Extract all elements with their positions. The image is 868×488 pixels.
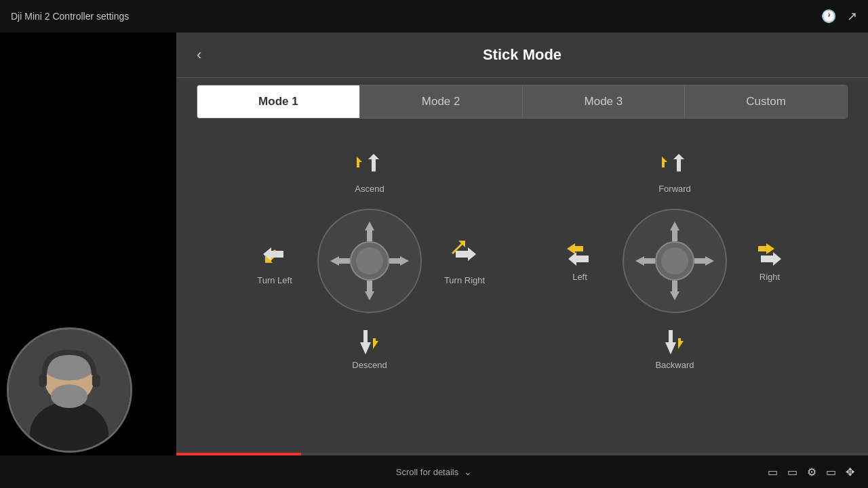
svg-rect-8 <box>367 230 372 241</box>
svg-marker-0 <box>357 157 362 173</box>
toggle-icon[interactable]: ▭ <box>768 466 778 479</box>
forward-label: Forward <box>658 184 691 194</box>
svg-rect-31 <box>644 258 655 264</box>
svg-rect-43 <box>39 374 47 387</box>
right-right-label: Right <box>753 241 787 282</box>
avatar-placeholder <box>9 329 130 451</box>
content-header: ‹ Stick Mode <box>176 33 868 78</box>
svg-marker-1 <box>368 154 379 171</box>
svg-marker-20 <box>673 154 684 171</box>
left-left-label: Turn Left <box>257 237 292 285</box>
turnleft-arrow-icon <box>258 237 292 271</box>
main-content: ‹ Stick Mode Mode 1 Mode 2 Mode 3 Custom <box>176 33 868 455</box>
left-label: Left <box>572 272 587 282</box>
right-left-label: Left <box>563 241 597 282</box>
share-icon[interactable]: ↗ <box>847 9 857 24</box>
svg-marker-35 <box>761 252 781 266</box>
descend-arrow-icon <box>353 329 387 356</box>
bottom-bar: Scroll for details ⌄ ▭ ▭ ⚙ ▭ ✥ <box>0 455 868 488</box>
subtitles-icon[interactable]: ▭ <box>787 466 797 479</box>
tab-custom[interactable]: Custom <box>685 85 847 118</box>
svg-marker-37 <box>678 330 684 349</box>
right-stick-grid: Forward Left <box>546 146 804 376</box>
avatar-image <box>7 329 132 451</box>
svg-rect-12 <box>339 258 350 264</box>
backward-label: Backward <box>655 360 694 370</box>
top-bar: Dji Mini 2 Controller settings 🕐 ↗ <box>0 0 868 33</box>
svg-rect-29 <box>672 281 677 291</box>
svg-rect-33 <box>694 258 705 264</box>
settings-icon[interactable]: ⚙ <box>807 466 816 479</box>
avatar <box>7 327 132 453</box>
descend-label: Descend <box>352 360 387 370</box>
right-joystick <box>620 207 729 315</box>
svg-marker-22 <box>568 252 589 266</box>
left-joystick-icon <box>315 207 424 315</box>
mode-tabs: Mode 1 Mode 2 Mode 3 Custom <box>197 85 848 119</box>
left-stick-grid: Ascend Turn Left <box>241 146 498 376</box>
svg-rect-44 <box>92 374 100 387</box>
clock-icon[interactable]: 🕐 <box>821 9 836 24</box>
page-title: Dji Mini 2 Controller settings <box>11 11 129 22</box>
right-joystick-icon <box>620 207 729 315</box>
right-bottom-label: Backward <box>655 329 694 370</box>
back-button[interactable]: ‹ <box>197 46 201 64</box>
right-stick-section: Forward Left <box>546 146 804 376</box>
right-top-label: Forward <box>658 152 692 194</box>
tab-mode3[interactable]: Mode 3 <box>523 85 686 118</box>
ascend-label: Ascend <box>355 184 384 194</box>
scroll-text: Scroll for details <box>396 467 458 477</box>
svg-rect-10 <box>367 281 372 291</box>
svg-marker-17 <box>360 330 371 354</box>
forward-arrow-icon <box>658 152 692 180</box>
svg-marker-36 <box>665 330 676 354</box>
stick-area: Ascend Turn Left <box>176 125 868 396</box>
svg-marker-19 <box>662 157 667 173</box>
turnright-label: Turn Right <box>444 275 485 285</box>
turnright-arrow-icon <box>448 237 481 271</box>
svg-rect-27 <box>672 230 677 241</box>
tab-mode1[interactable]: Mode 1 <box>197 85 360 118</box>
svg-marker-16 <box>456 247 476 261</box>
left-right-label: Turn Right <box>444 237 485 285</box>
left-bottom-label: Descend <box>352 329 387 370</box>
header-title: Stick Mode <box>483 46 561 64</box>
backward-arrow-icon <box>658 329 692 356</box>
svg-point-42 <box>51 384 87 408</box>
ascend-arrow-icon <box>353 152 387 180</box>
bottom-bar-controls: ▭ ▭ ⚙ ▭ ✥ <box>768 466 854 479</box>
right-label: Right <box>760 272 780 282</box>
tab-mode2[interactable]: Mode 2 <box>360 85 523 118</box>
left-joystick <box>315 207 424 315</box>
fullscreen-icon[interactable]: ✥ <box>846 466 854 479</box>
top-bar-icons: 🕐 ↗ <box>821 9 857 24</box>
turnleft-label: Turn Left <box>257 275 292 285</box>
left-top-label: Ascend <box>353 152 387 194</box>
right-arrow-icon <box>753 241 787 268</box>
svg-marker-34 <box>758 243 774 254</box>
svg-point-6 <box>356 247 383 274</box>
svg-rect-14 <box>389 258 400 264</box>
cast-icon[interactable]: ▭ <box>826 466 836 479</box>
left-arrow-icon <box>563 241 597 268</box>
left-stick-section: Ascend Turn Left <box>241 146 498 376</box>
svg-point-25 <box>661 247 688 274</box>
chevron-down-icon: ⌄ <box>464 466 472 477</box>
svg-marker-21 <box>567 243 583 254</box>
svg-marker-18 <box>373 330 378 349</box>
